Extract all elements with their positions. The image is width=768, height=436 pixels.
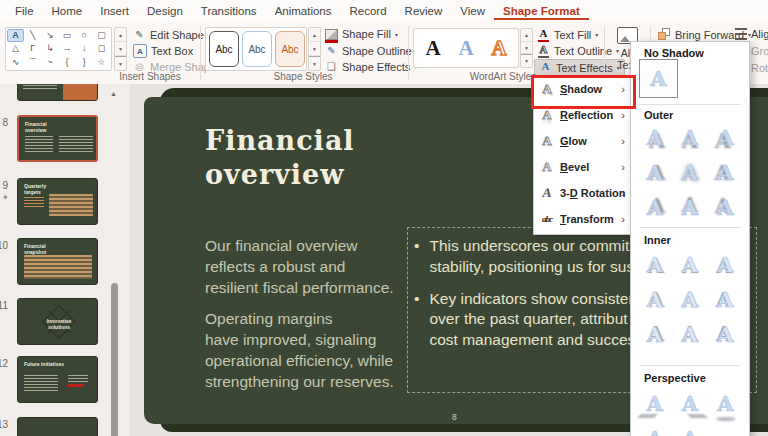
effects-menu-item-3-d-rotation[interactable]: A3-D Rotation› — [534, 180, 632, 206]
wordart-scroll[interactable]: ▲ ▼ ▼ — [520, 28, 533, 68]
shape-fill-button[interactable]: Shape Fill ▾ — [325, 28, 398, 40]
chevron-down-icon: ▾ — [395, 31, 398, 38]
effects-menu-item-glow[interactable]: AGlow› — [534, 128, 632, 154]
wordart-style-3[interactable]: A — [483, 31, 515, 65]
freeform-tool[interactable]: ∿ — [7, 56, 24, 69]
down-arrow-tool[interactable]: ↓ — [76, 42, 93, 55]
right-brace-tool[interactable]: } — [76, 56, 93, 69]
scroll-up-icon[interactable]: ▲ — [309, 28, 320, 42]
inner-shadow-option-9[interactable]: A — [708, 317, 743, 352]
inner-shadow-option-5[interactable]: A — [672, 282, 707, 317]
perspective-shadow-option-4[interactable]: A — [637, 421, 672, 436]
effects-menu-item-transform[interactable]: abcTransform› — [534, 206, 632, 232]
shapes-gallery-scroll[interactable]: ▲ ▼ ▼ — [114, 27, 127, 71]
slide-thumbnail-10[interactable]: Financial snapshot — [17, 238, 98, 285]
outer-shadow-option-3[interactable]: A — [708, 120, 743, 155]
curve-tool[interactable]: ~ — [41, 56, 58, 69]
outer-shadow-option-5[interactable]: A — [672, 155, 707, 190]
scroll-down-icon[interactable]: ▼ — [521, 42, 532, 55]
rectangle-tool[interactable]: ▭ — [58, 29, 75, 42]
inner-shadow-option-6[interactable]: A — [708, 282, 743, 317]
outer-shadow-option-6[interactable]: A — [708, 155, 743, 190]
corner-shape-tool[interactable]: ◻ — [93, 42, 110, 55]
perspective-shadow-option-1[interactable]: A — [637, 386, 672, 421]
text-box-tool[interactable]: A — [7, 29, 24, 42]
triangle-tool[interactable]: △ — [7, 42, 24, 55]
scroll-down-icon[interactable]: ▼ — [309, 42, 320, 56]
outer-shadow-option-1[interactable]: A — [637, 120, 672, 155]
inner-shadow-option-4[interactable]: A — [637, 282, 672, 317]
menu-tab-review[interactable]: Review — [396, 2, 452, 21]
right-arrow-tool[interactable]: → — [58, 42, 75, 55]
outer-shadow-option-4[interactable]: A — [637, 155, 672, 190]
perspective-shadow-shape — [637, 414, 657, 418]
perspective-shadow-option-2[interactable]: A — [672, 386, 707, 421]
perspective-shadow-option-5[interactable]: A — [672, 421, 707, 436]
text-outline-button[interactable]: A Text Outline ▾ — [537, 44, 619, 57]
rounded-rectangle-tool[interactable]: ▢ — [93, 29, 110, 42]
wordart-style-2[interactable]: A — [450, 31, 482, 65]
line-tool[interactable]: ╲ — [24, 29, 41, 42]
shape-effects-label: Shape Effects — [342, 61, 410, 73]
shape-effects-button[interactable]: ❑ Shape Effects ▾ — [325, 60, 417, 73]
menu-tab-animations[interactable]: Animations — [266, 2, 341, 21]
shape-outline-button[interactable]: ✎ Shape Outline ▾ — [325, 44, 419, 57]
effects-menu-item-bevel[interactable]: ABevel› — [534, 154, 632, 180]
menu-tab-view[interactable]: View — [451, 2, 494, 21]
inner-shadow-option-7[interactable]: A — [637, 317, 672, 352]
scroll-up-icon[interactable]: ▲ — [115, 28, 126, 42]
submenu-arrow-icon: › — [621, 161, 625, 173]
shape-style-1[interactable]: Abc — [209, 31, 239, 67]
menu-tab-transitions[interactable]: Transitions — [192, 2, 266, 21]
text-fill-button[interactable]: A Text Fill ▾ — [537, 28, 598, 41]
elbow-arrow-connector-tool[interactable]: ↳ — [41, 42, 58, 55]
inner-shadow-option-3[interactable]: A — [708, 247, 743, 282]
elbow-connector-tool[interactable]: Γ — [24, 42, 41, 55]
align-button[interactable]: Align — [735, 28, 768, 40]
shape-styles-scroll[interactable]: ▲ ▼ ▼ — [308, 27, 321, 71]
menu-tab-home[interactable]: Home — [43, 2, 92, 21]
slide-thumbnail-7[interactable] — [17, 84, 98, 101]
inner-shadow-option-2[interactable]: A — [672, 247, 707, 282]
menu-tab-file[interactable]: File — [6, 2, 43, 21]
perspective-shadow-option-3[interactable]: A — [708, 386, 743, 421]
gallery-more-icon[interactable]: ▼ — [309, 56, 320, 70]
line-arrow-tool[interactable]: ↘ — [41, 29, 58, 42]
shadow-preview-letter: A — [647, 393, 663, 414]
rotate-label: Rotate — [751, 62, 768, 74]
scroll-up-icon[interactable]: ▲ — [521, 29, 532, 42]
oval-tool[interactable]: ○ — [76, 29, 93, 42]
menu-tab-shape-format[interactable]: Shape Format — [494, 2, 589, 21]
arc-tool[interactable]: ⌒ — [24, 56, 41, 69]
inner-shadow-option-8[interactable]: A — [672, 317, 707, 352]
slide-thumbnail-13[interactable] — [17, 417, 98, 436]
slide-thumbnail-12[interactable]: Future initiatives — [17, 356, 98, 403]
menu-tab-insert[interactable]: Insert — [91, 2, 138, 21]
wordart-style-1[interactable]: A — [417, 31, 449, 65]
gallery-more-icon[interactable]: ▼ — [521, 54, 532, 67]
shape-style-2[interactable]: Abc — [242, 31, 272, 67]
star-tool[interactable]: ☆ — [93, 56, 110, 69]
shape-style-3[interactable]: Abc — [275, 31, 305, 67]
outer-shadow-option-9[interactable]: A — [708, 190, 743, 225]
slide-title[interactable]: Financial overview — [205, 124, 355, 192]
shadow-preview-letter: A — [717, 127, 733, 148]
text-box-button[interactable]: A Text Box — [133, 44, 193, 58]
shadow-highlight-annotation — [531, 75, 636, 109]
gallery-more-icon[interactable]: ▼ — [115, 56, 126, 70]
slide-thumbnail-11[interactable]: Innovative solutions — [17, 298, 98, 345]
no-shadow-option[interactable]: A — [639, 59, 678, 98]
outer-shadow-option-7[interactable]: A — [637, 190, 672, 225]
shadow-preview-letter: A — [682, 324, 698, 345]
scroll-down-icon[interactable]: ▼ — [115, 42, 126, 56]
slide-thumbnail-8[interactable]: Financial overview — [17, 115, 98, 162]
slide-thumbnail-9[interactable]: Quarterly targets — [17, 178, 98, 225]
inner-shadow-option-1[interactable]: A — [637, 247, 672, 282]
outer-shadow-option-2[interactable]: A — [672, 120, 707, 155]
left-brace-tool[interactable]: { — [58, 56, 75, 69]
bring-forward-label: Bring Forward — [675, 29, 744, 41]
edit-shape-label: Edit Shape — [150, 29, 204, 41]
menu-tab-record[interactable]: Record — [341, 2, 396, 21]
outer-shadow-option-8[interactable]: A — [672, 190, 707, 225]
menu-tab-design[interactable]: Design — [138, 2, 192, 21]
